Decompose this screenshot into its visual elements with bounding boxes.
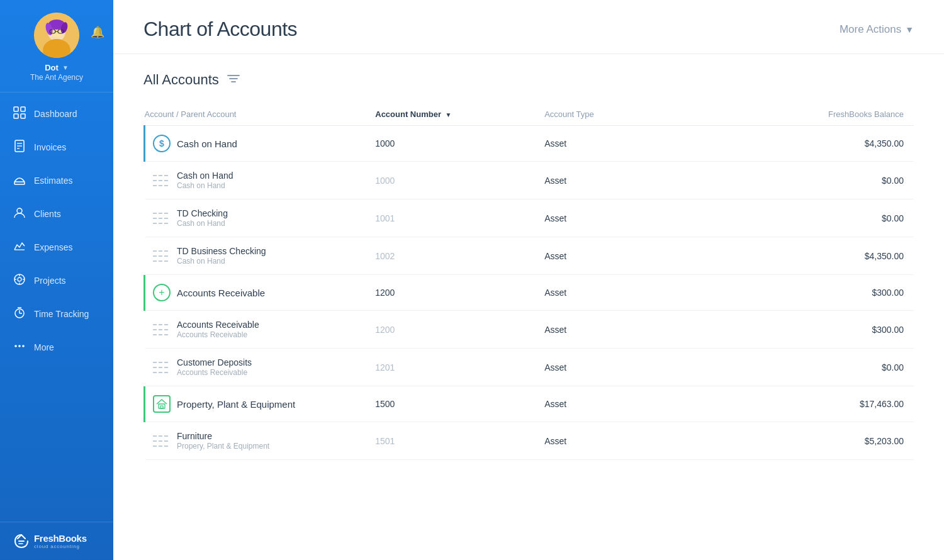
balance-cell: $17,463.00 bbox=[714, 386, 914, 422]
account-number-cell: 1001 bbox=[375, 199, 544, 237]
col-account-number[interactable]: Account Number ▼ bbox=[375, 103, 544, 126]
more-actions-chevron-icon: ▼ bbox=[905, 25, 914, 35]
accounts-table-body: $ Cash on Hand 1000 Asset $4,350.00 Cash… bbox=[145, 126, 914, 460]
account-type-cell: Asset bbox=[544, 199, 714, 237]
svg-point-19 bbox=[17, 208, 22, 213]
account-house-icon bbox=[153, 395, 171, 413]
svg-rect-12 bbox=[14, 114, 18, 118]
estimates-icon bbox=[13, 173, 26, 189]
balance-cell: $4,350.00 bbox=[714, 237, 914, 275]
account-parent-label: Accounts Receivable bbox=[177, 368, 252, 377]
account-name-cell: TD Checking Cash on Hand bbox=[145, 199, 376, 237]
child-row-icon bbox=[153, 173, 171, 188]
svg-rect-38 bbox=[160, 406, 163, 408]
sidebar: 🔔 Dot ▼ bbox=[0, 0, 113, 560]
sidebar-item-more[interactable]: More bbox=[0, 331, 113, 364]
account-name: TD Checking bbox=[177, 208, 228, 218]
balance-cell: $300.00 bbox=[714, 275, 914, 311]
sidebar-item-projects[interactable]: Projects bbox=[0, 264, 113, 298]
account-type-cell: Asset bbox=[544, 162, 714, 199]
table-row: Property, Plant & Equipment 1500 Asset $… bbox=[145, 386, 914, 422]
sidebar-item-dashboard[interactable]: Dashboard bbox=[0, 98, 113, 131]
table-row: Accounts Receivable Accounts Receivable … bbox=[145, 311, 914, 349]
sidebar-nav: Dashboard Invoices Estimates Clients Exp… bbox=[0, 92, 113, 522]
sidebar-item-time-tracking[interactable]: Time Tracking bbox=[0, 298, 113, 331]
svg-point-31 bbox=[14, 345, 17, 347]
child-row-icon bbox=[153, 249, 171, 264]
table-row: TD Business Checking Cash on Hand 1002 A… bbox=[145, 237, 914, 275]
clients-icon bbox=[13, 206, 26, 222]
freshbooks-icon bbox=[13, 532, 30, 550]
sidebar-item-label-clients: Clients bbox=[34, 209, 61, 219]
account-number-cell: 1000 bbox=[375, 162, 544, 199]
account-name-cell: Furniture Propery, Plant & Equipment bbox=[145, 422, 376, 460]
profile-name-row: Dot ▼ bbox=[0, 63, 113, 73]
sidebar-item-expenses[interactable]: Expenses bbox=[0, 231, 113, 264]
bell-icon[interactable]: 🔔 bbox=[91, 25, 104, 39]
account-name: Property, Plant & Equipment bbox=[177, 399, 295, 410]
child-row-icon bbox=[153, 434, 171, 449]
table-row: $ Cash on Hand 1000 Asset $4,350.00 bbox=[145, 126, 914, 162]
account-parent-label: Accounts Receivable bbox=[177, 330, 259, 339]
sidebar-item-label-dashboard: Dashboard bbox=[34, 109, 77, 119]
table-row: + Accounts Receivable 1200 Asset $300.00 bbox=[145, 275, 914, 311]
freshbooks-logo: FreshBooks cloud accounting bbox=[13, 532, 101, 550]
balance-cell: $4,350.00 bbox=[714, 126, 914, 162]
account-number-cell: 1500 bbox=[375, 386, 544, 422]
account-type-cell: Asset bbox=[544, 237, 714, 275]
section-title: All Accounts bbox=[143, 72, 219, 88]
account-number-cell: 1201 bbox=[375, 349, 544, 386]
sidebar-item-clients[interactable]: Clients bbox=[0, 198, 113, 231]
account-name-cell: TD Business Checking Cash on Hand bbox=[145, 237, 376, 275]
sidebar-item-label-more: More bbox=[34, 342, 54, 352]
dashboard-icon bbox=[13, 106, 26, 122]
expenses-icon bbox=[13, 240, 26, 255]
account-name: Cash on Hand bbox=[177, 171, 233, 181]
sidebar-item-estimates[interactable]: Estimates bbox=[0, 164, 113, 198]
col-account: Account / Parent Account bbox=[145, 103, 376, 126]
sidebar-item-label-time-tracking: Time Tracking bbox=[34, 309, 89, 319]
account-type-cell: Asset bbox=[544, 386, 714, 422]
freshbooks-tagline: cloud accounting bbox=[34, 544, 87, 549]
table-row: Furniture Propery, Plant & Equipment 150… bbox=[145, 422, 914, 460]
balance-cell: $5,203.00 bbox=[714, 422, 914, 460]
account-name-cell: Cash on Hand Cash on Hand bbox=[145, 162, 376, 199]
svg-rect-13 bbox=[21, 114, 25, 118]
child-row-icon bbox=[153, 360, 171, 375]
account-name: Furniture bbox=[177, 431, 269, 441]
account-parent-label: Cash on Hand bbox=[177, 181, 233, 190]
sidebar-item-invoices[interactable]: Invoices bbox=[0, 131, 113, 164]
account-name: TD Business Checking bbox=[177, 246, 266, 256]
avatar bbox=[34, 13, 79, 58]
account-number-cell: 1000 bbox=[375, 126, 544, 162]
sidebar-profile: 🔔 Dot ▼ bbox=[0, 0, 113, 92]
sidebar-item-label-estimates: Estimates bbox=[34, 176, 72, 186]
account-name-cell: + Accounts Receivable bbox=[145, 275, 376, 311]
sidebar-item-label-expenses: Expenses bbox=[34, 242, 72, 252]
svg-rect-10 bbox=[14, 107, 18, 111]
balance-cell: $0.00 bbox=[714, 199, 914, 237]
table-row: Customer Deposits Accounts Receivable 12… bbox=[145, 349, 914, 386]
balance-cell: $0.00 bbox=[714, 162, 914, 199]
filter-icon[interactable] bbox=[227, 73, 240, 87]
account-name: Customer Deposits bbox=[177, 357, 252, 367]
account-parent-label: Cash on Hand bbox=[177, 219, 228, 228]
account-name-cell: $ Cash on Hand bbox=[145, 126, 376, 162]
main-body: All Accounts Account / Parent Account Ac… bbox=[113, 54, 944, 560]
account-type-cell: Asset bbox=[544, 422, 714, 460]
account-type-cell: Asset bbox=[544, 311, 714, 349]
sidebar-item-label-invoices: Invoices bbox=[34, 142, 66, 152]
invoices-icon bbox=[13, 140, 26, 155]
svg-rect-18 bbox=[14, 182, 25, 184]
table-row: Cash on Hand Cash on Hand 1000 Asset $0.… bbox=[145, 162, 914, 199]
more-icon bbox=[13, 340, 26, 356]
account-type-cell: Asset bbox=[544, 349, 714, 386]
child-row-icon bbox=[153, 322, 171, 337]
account-name: Accounts Receivable bbox=[177, 320, 259, 330]
account-parent-label: Cash on Hand bbox=[177, 257, 266, 266]
accounts-table: Account / Parent Account Account Number … bbox=[143, 103, 914, 460]
time-tracking-icon bbox=[13, 306, 26, 322]
profile-company: The Ant Agency bbox=[30, 73, 83, 82]
account-number-cell: 1501 bbox=[375, 422, 544, 460]
more-actions-button[interactable]: More Actions ▼ bbox=[840, 23, 914, 36]
